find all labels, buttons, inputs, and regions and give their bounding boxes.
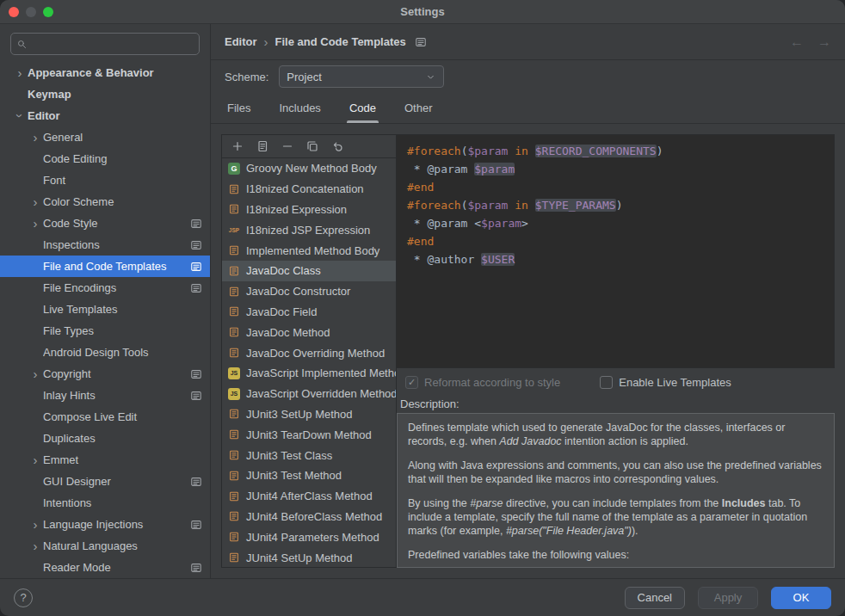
template-detail-panel: #foreach($param in $RECORD_COMPONENTS) *…	[397, 134, 835, 568]
template-item-implemented-method-body[interactable]: Implemented Method Body	[222, 240, 396, 261]
template-item-i18nized-jsp-expression[interactable]: JSPI18nized JSP Expression	[222, 219, 396, 240]
chevron-collapsed-icon[interactable]: ›	[28, 453, 43, 466]
template-item-javascript-implemented-method-body[interactable]: JSJavaScript Implemented Method Body	[222, 363, 396, 384]
template-item-junit3-test-method[interactable]: JUnit3 Test Method	[222, 465, 396, 486]
sidebar-item-font[interactable]: Font	[0, 169, 210, 191]
template-item-junit3-test-class[interactable]: JUnit3 Test Class	[222, 445, 396, 465]
create-pattern-template-button[interactable]	[256, 139, 269, 153]
sidebar-item-code-editing[interactable]: Code Editing	[0, 148, 210, 169]
cancel-button[interactable]: Cancel	[625, 587, 685, 609]
reformat-checkbox[interactable]: ✓ Reformat according to style	[405, 376, 560, 389]
chevron-collapsed-icon[interactable]: ›	[28, 217, 43, 230]
template-item-junit3-setup-method[interactable]: JUnit3 SetUp Method	[222, 404, 396, 425]
chevron-expanded-icon[interactable]: ›	[14, 108, 27, 124]
template-editor[interactable]: #foreach($param in $RECORD_COMPONENTS) *…	[397, 134, 835, 368]
description-paragraph: Along with Java expressions and comments…	[408, 459, 823, 486]
description-label: Description:	[397, 396, 835, 413]
sidebar-item-intentions[interactable]: Intentions	[0, 492, 210, 514]
sidebar-item-language-injections[interactable]: ›Language Injections	[0, 514, 210, 535]
back-button[interactable]: ←	[790, 34, 804, 50]
close-window-button[interactable]	[9, 7, 19, 17]
help-button[interactable]: ?	[14, 588, 33, 607]
code-line: #foreach($param in $TYPE_PARAMS)	[407, 196, 823, 214]
template-item-javadoc-field[interactable]: JavaDoc Field	[222, 302, 396, 323]
revert-template-button[interactable]	[330, 139, 344, 153]
sidebar-item-reader-mode[interactable]: Reader Mode	[0, 557, 210, 578]
sidebar-item-copyright[interactable]: ›Copyright	[0, 363, 210, 385]
sidebar-item-color-scheme[interactable]: ›Color Scheme	[0, 191, 210, 213]
sidebar-item-file-types[interactable]: File Types	[0, 320, 210, 342]
chevron-collapsed-icon[interactable]: ›	[28, 518, 43, 531]
sidebar-item-inspections[interactable]: Inspections	[0, 234, 210, 256]
template-item-javadoc-class[interactable]: JavaDoc Class	[222, 261, 396, 281]
chevron-collapsed-icon[interactable]: ›	[28, 539, 43, 552]
template-icon	[228, 347, 240, 359]
enable-live-templates-checkbox[interactable]: Enable Live Templates	[600, 376, 731, 389]
forward-button[interactable]: →	[817, 34, 831, 50]
sidebar-item-appearance-behavior[interactable]: ›Appearance & Behavior	[0, 62, 210, 83]
copy-icon	[305, 139, 319, 153]
template-item-junit4-setup-method[interactable]: JUnit4 SetUp Method	[222, 547, 396, 567]
scheme-select[interactable]: Project	[279, 65, 444, 88]
ok-button[interactable]: OK	[771, 587, 831, 609]
template-item-label: JavaDoc Field	[246, 305, 317, 318]
sidebar-item-label: Natural Languages	[43, 539, 202, 552]
chevron-collapsed-icon[interactable]: ›	[12, 66, 28, 79]
remove-template-button[interactable]	[281, 139, 294, 153]
chevron-collapsed-icon[interactable]: ›	[28, 131, 43, 144]
scope-icon	[190, 368, 202, 380]
sidebar-item-code-style[interactable]: ›Code Style	[0, 213, 210, 234]
template-icon	[228, 551, 240, 564]
sidebar-item-emmet[interactable]: ›Emmet	[0, 449, 210, 471]
apply-button[interactable]: Apply	[698, 587, 758, 609]
template-item-javadoc-overriding-method[interactable]: JavaDoc Overriding Method	[222, 342, 396, 363]
sidebar-item-file-and-code-templates[interactable]: File and Code Templates	[0, 256, 210, 277]
sidebar-item-duplicates[interactable]: Duplicates	[0, 428, 210, 449]
tab-other[interactable]: Other	[402, 102, 435, 123]
template-item-i18nized-concatenation[interactable]: I18nized Concatenation	[222, 179, 396, 200]
sidebar-item-inlay-hints[interactable]: Inlay Hints	[0, 385, 210, 406]
settings-search-input[interactable]	[30, 38, 194, 51]
template-item-label: Implemented Method Body	[246, 244, 379, 257]
template-item-label: JavaScript Overridden Method Body	[246, 387, 396, 400]
sidebar-item-file-encodings[interactable]: File Encodings	[0, 277, 210, 299]
sidebar-item-gui-designer[interactable]: GUI Designer	[0, 471, 210, 492]
reformat-label: Reformat according to style	[424, 376, 560, 389]
fullscreen-window-button[interactable]	[43, 7, 53, 17]
template-item-javascript-overridden-method-body[interactable]: JSJavaScript Overridden Method Body	[222, 384, 396, 404]
template-item-junit3-teardown-method[interactable]: JUnit3 TearDown Method	[222, 424, 396, 445]
search-icon	[16, 39, 28, 50]
sidebar-item-compose-live-edit[interactable]: Compose Live Edit	[0, 406, 210, 428]
tab-includes[interactable]: Includes	[276, 102, 323, 123]
copy-template-button[interactable]	[305, 139, 319, 153]
sidebar-item-android-design-tools[interactable]: Android Design Tools	[0, 342, 210, 363]
template-item-label: JavaScript Implemented Method Body	[246, 367, 396, 379]
sidebar-item-live-templates[interactable]: Live Templates	[0, 299, 210, 320]
template-icon	[228, 286, 240, 298]
template-item-javadoc-method[interactable]: JavaDoc Method	[222, 322, 396, 342]
titlebar[interactable]: Settings	[0, 0, 845, 24]
template-item-junit4-afterclass-method[interactable]: JUnit4 AfterClass Method	[222, 486, 396, 507]
chevron-collapsed-icon[interactable]: ›	[28, 195, 43, 208]
template-item-groovy-new-method-body[interactable]: GGroovy New Method Body	[222, 158, 396, 179]
sidebar-item-label: Code Style	[43, 217, 190, 230]
sidebar-item-keymap[interactable]: Keymap	[0, 83, 210, 105]
tab-code[interactable]: Code	[347, 102, 379, 123]
sidebar-item-editor[interactable]: ›Editor	[0, 105, 210, 126]
template-item-label: JUnit3 SetUp Method	[246, 408, 353, 421]
template-item-junit4-parameters-method[interactable]: JUnit4 Parameters Method	[222, 527, 396, 547]
template-icon	[228, 244, 240, 256]
tab-files[interactable]: Files	[225, 102, 253, 123]
sidebar-item-natural-languages[interactable]: ›Natural Languages	[0, 535, 210, 557]
template-item-i18nized-expression[interactable]: I18nized Expression	[222, 200, 396, 220]
sidebar-item-general[interactable]: ›General	[0, 126, 210, 148]
settings-search-field[interactable]	[10, 33, 200, 55]
template-item-javadoc-constructor[interactable]: JavaDoc Constructor	[222, 281, 396, 302]
template-item-junit4-beforeclass-method[interactable]: JUnit4 BeforeClass Method	[222, 507, 396, 527]
add-template-button[interactable]	[231, 139, 244, 153]
template-icon	[228, 490, 240, 502]
breadcrumb-editor[interactable]: Editor	[225, 35, 257, 48]
js-file-icon: JS	[228, 388, 240, 400]
template-icon	[228, 510, 240, 522]
chevron-collapsed-icon[interactable]: ›	[28, 367, 43, 380]
